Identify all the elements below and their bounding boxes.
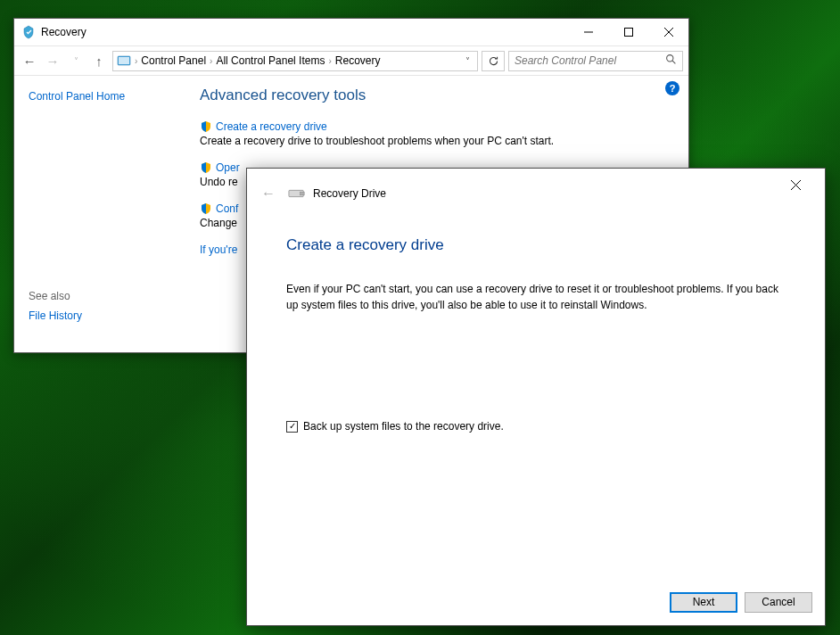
- chevron-down-icon[interactable]: ˅: [462, 56, 474, 66]
- wizard-back-arrow-icon[interactable]: ←: [258, 183, 279, 204]
- cp-window-title: Recovery: [41, 26, 86, 38]
- item-desc: Create a recovery drive to troubleshoot …: [200, 135, 674, 147]
- item-link-text: Oper: [216, 161, 240, 174]
- maximize-button[interactable]: [608, 19, 648, 45]
- svg-rect-1: [624, 29, 632, 37]
- svg-line-7: [672, 61, 675, 63]
- item-link-text: If you're: [200, 243, 237, 256]
- help-icon[interactable]: ?: [665, 81, 679, 95]
- svg-rect-9: [301, 192, 305, 195]
- svg-rect-5: [119, 57, 129, 64]
- breadcrumb-segment[interactable]: Recovery: [332, 54, 384, 67]
- cancel-button[interactable]: Cancel: [745, 592, 812, 613]
- wizard-description: Even if your PC can't start, you can use…: [286, 281, 786, 313]
- wizard-title: Recovery Drive: [313, 187, 386, 200]
- recovery-item: Create a recovery drive Create a recover…: [200, 120, 674, 147]
- wizard-close-button[interactable]: [777, 172, 814, 197]
- search-input[interactable]: [515, 54, 665, 67]
- cp-address-bar: ← → ˅ ↑ › Control Panel › All Control Pa…: [14, 45, 688, 76]
- control-panel-home-link[interactable]: Control Panel Home: [29, 90, 178, 103]
- see-also-label: See also: [29, 290, 178, 302]
- backup-checkbox[interactable]: ✓: [286, 421, 298, 433]
- control-panel-icon: [117, 54, 131, 68]
- wizard-heading: Create a recovery drive: [286, 236, 786, 254]
- forward-arrow-icon[interactable]: →: [43, 51, 62, 70]
- next-button[interactable]: Next: [670, 592, 737, 613]
- item-link-text: Conf: [216, 202, 238, 215]
- recovery-icon: [21, 25, 36, 39]
- recovery-drive-wizard: ← Recovery Drive Create a recovery drive…: [246, 168, 826, 626]
- close-button[interactable]: [648, 19, 688, 45]
- svg-point-6: [667, 55, 673, 62]
- wizard-header: ← Recovery Drive: [247, 169, 825, 219]
- recent-dropdown-icon[interactable]: ˅: [66, 51, 86, 70]
- back-arrow-icon[interactable]: ←: [20, 51, 39, 70]
- search-icon[interactable]: [665, 54, 677, 68]
- breadcrumb-segment[interactable]: All Control Panel Items: [212, 54, 328, 67]
- drive-icon: [288, 187, 306, 200]
- search-box[interactable]: [508, 51, 683, 71]
- uac-shield-icon: [200, 202, 212, 215]
- uac-shield-icon: [200, 161, 212, 174]
- cp-titlebar[interactable]: Recovery: [14, 19, 688, 45]
- page-heading: Advanced recovery tools: [200, 87, 674, 104]
- item-link-text: Create a recovery drive: [216, 120, 327, 133]
- refresh-button[interactable]: [482, 51, 505, 71]
- up-arrow-icon[interactable]: ↑: [89, 51, 109, 70]
- backup-checkbox-label: Back up system files to the recovery dri…: [303, 420, 504, 433]
- breadcrumb[interactable]: › Control Panel › All Control Panel Item…: [112, 51, 478, 71]
- uac-shield-icon: [200, 120, 212, 133]
- wizard-footer: Next Cancel: [247, 579, 825, 625]
- cp-sidebar: Control Panel Home See also File History: [14, 76, 193, 352]
- minimize-button[interactable]: [568, 19, 608, 45]
- wizard-body: Create a recovery drive Even if your PC …: [247, 219, 825, 579]
- backup-checkbox-row[interactable]: ✓ Back up system files to the recovery d…: [286, 420, 786, 433]
- breadcrumb-segment[interactable]: Control Panel: [137, 54, 210, 67]
- file-history-link[interactable]: File History: [29, 309, 178, 322]
- create-recovery-drive-link[interactable]: Create a recovery drive: [200, 120, 674, 133]
